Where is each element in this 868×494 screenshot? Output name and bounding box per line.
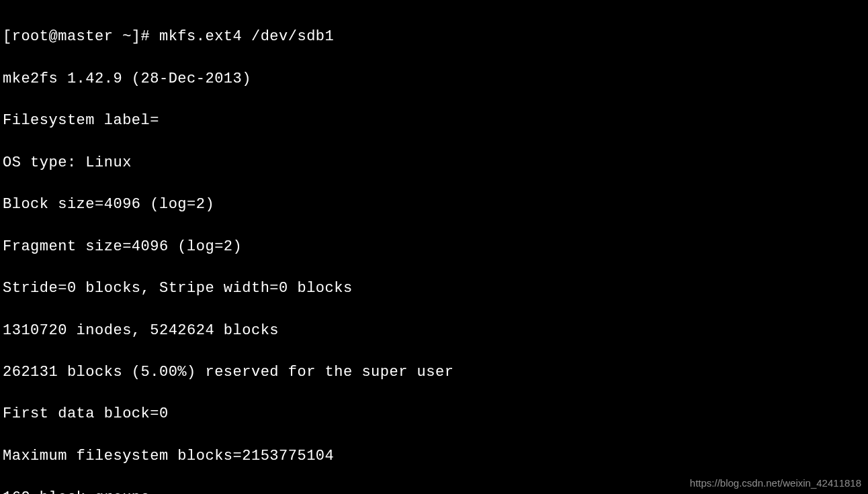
output-line: Block size=4096 (log=2) xyxy=(3,194,865,215)
shell-prompt: [root@master ~]# xyxy=(3,28,159,45)
output-line: OS type: Linux xyxy=(3,152,865,173)
output-line: Filesystem label= xyxy=(3,110,865,131)
output-line: Stride=0 blocks, Stripe width=0 blocks xyxy=(3,278,865,299)
output-line: Maximum filesystem blocks=2153775104 xyxy=(3,446,865,466)
output-line: 262131 blocks (5.00%) reserved for the s… xyxy=(3,362,865,383)
output-line: 1310720 inodes, 5242624 blocks xyxy=(3,320,865,341)
output-line: mke2fs 1.42.9 (28-Dec-2013) xyxy=(3,68,865,89)
terminal-output[interactable]: [root@master ~]# mkfs.ext4 /dev/sdb1 mke… xyxy=(3,5,865,494)
watermark-text: https://blog.csdn.net/weixin_42411818 xyxy=(690,476,861,490)
output-line: First data block=0 xyxy=(3,403,865,424)
command-line: [root@master ~]# mkfs.ext4 /dev/sdb1 xyxy=(3,26,865,47)
command-text: mkfs.ext4 /dev/sdb1 xyxy=(159,28,334,45)
output-line: Fragment size=4096 (log=2) xyxy=(3,236,865,257)
